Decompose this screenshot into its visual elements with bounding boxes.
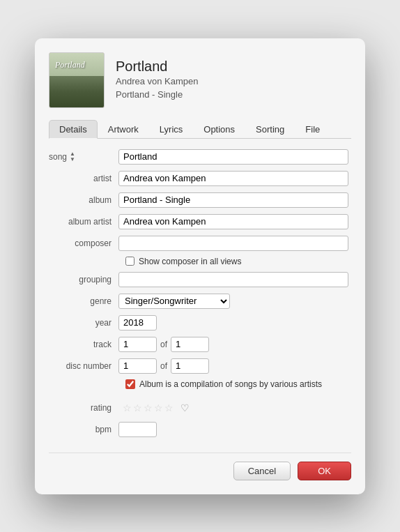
dialog-footer: Cancel OK — [49, 453, 351, 480]
show-composer-row: Show composer in all views — [125, 257, 348, 266]
tab-file[interactable]: File — [295, 120, 330, 139]
song-sort-arrows[interactable]: ▲▼ — [70, 151, 75, 162]
song-row: song ▲▼ — [49, 149, 348, 165]
disc-label: disc number — [49, 361, 118, 371]
artist-row: artist — [49, 170, 348, 187]
show-composer-checkbox[interactable] — [125, 257, 134, 266]
artist-label: artist — [49, 174, 118, 183]
disc-total-input[interactable] — [171, 358, 209, 374]
star-4[interactable]: ☆ — [154, 402, 163, 413]
tab-artwork[interactable]: Artwork — [98, 120, 149, 139]
form-body: song ▲▼ artist album album artist compos… — [49, 149, 351, 441]
grouping-row: grouping — [49, 271, 348, 288]
album-artist-input[interactable] — [118, 214, 348, 229]
song-label: song ▲▼ — [49, 151, 118, 162]
dialog-header: Portland Portland Andrea von Kampen Port… — [49, 52, 351, 108]
compilation-label: Album is a compilation of songs by vario… — [139, 379, 322, 389]
track-row: track of — [49, 336, 348, 353]
album-row: album — [49, 192, 348, 208]
bpm-row: bpm — [49, 421, 348, 438]
year-row: year — [49, 314, 348, 331]
disc-row: disc number of — [49, 358, 348, 374]
bpm-input[interactable] — [118, 422, 157, 437]
album-artist-row: album artist — [49, 213, 348, 230]
star-2[interactable]: ☆ — [133, 402, 142, 413]
track-artist: Andrea von Kampen — [116, 75, 199, 89]
star-rating[interactable]: ☆ ☆ ☆ ☆ ☆ — [123, 402, 174, 413]
album-label: album — [49, 195, 118, 205]
album-artwork: Portland — [49, 52, 105, 108]
album-artist-label: album artist — [49, 217, 118, 227]
compilation-row: Album is a compilation of songs by vario… — [125, 379, 348, 389]
album-input[interactable] — [118, 192, 348, 208]
grouping-input[interactable] — [118, 272, 348, 287]
heart-icon[interactable]: ♡ — [180, 402, 190, 413]
track-label: track — [49, 340, 118, 349]
rating-label: rating — [49, 403, 118, 413]
composer-label: composer — [49, 238, 118, 248]
cancel-button[interactable]: Cancel — [233, 462, 291, 480]
year-input[interactable] — [118, 315, 157, 330]
tab-options[interactable]: Options — [193, 120, 245, 139]
track-title: Portland — [116, 59, 199, 75]
track-of-text: of — [160, 340, 167, 349]
track-input[interactable] — [118, 337, 157, 352]
year-label: year — [49, 318, 118, 328]
disc-input[interactable] — [118, 358, 157, 374]
rating-row: rating ☆ ☆ ☆ ☆ ☆ ♡ — [49, 400, 348, 416]
bpm-label: bpm — [49, 425, 118, 434]
disc-of-text: of — [160, 361, 167, 371]
artist-input[interactable] — [118, 171, 348, 186]
itunes-dialog: Portland Portland Andrea von Kampen Port… — [35, 38, 365, 494]
track-album: Portland - Single — [116, 88, 199, 102]
grouping-label: grouping — [49, 275, 118, 284]
tab-bar: Details Artwork Lyrics Options Sorting F… — [49, 119, 351, 139]
genre-label: genre — [49, 296, 118, 306]
ok-button[interactable]: OK — [298, 462, 351, 480]
composer-input[interactable] — [118, 236, 348, 251]
composer-row: composer — [49, 235, 348, 252]
genre-select[interactable]: Singer/Songwriter Pop Rock Country Folk … — [118, 294, 230, 309]
star-3[interactable]: ☆ — [144, 402, 153, 413]
track-total-input[interactable] — [171, 337, 209, 352]
star-5[interactable]: ☆ — [164, 402, 174, 413]
header-info: Portland Andrea von Kampen Portland - Si… — [116, 59, 199, 102]
tab-lyrics[interactable]: Lyrics — [149, 120, 193, 139]
tab-sorting[interactable]: Sorting — [245, 120, 295, 139]
tab-details[interactable]: Details — [49, 120, 98, 139]
star-1[interactable]: ☆ — [123, 402, 132, 413]
show-composer-label: Show composer in all views — [139, 257, 241, 266]
genre-row: genre Singer/Songwriter Pop Rock Country… — [49, 293, 348, 310]
compilation-checkbox[interactable] — [125, 379, 135, 389]
song-input[interactable] — [118, 149, 348, 165]
